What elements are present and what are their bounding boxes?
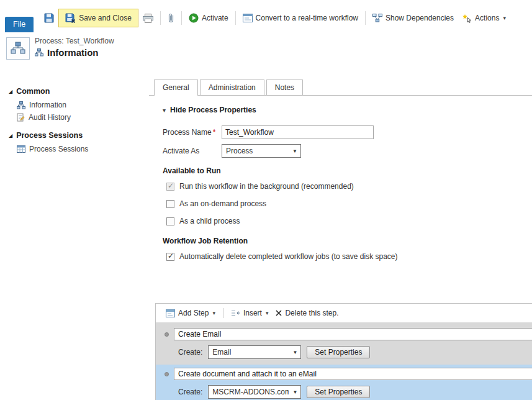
- save-button[interactable]: [40, 10, 58, 26]
- process-name-row: Process Name*: [163, 125, 532, 139]
- checkbox-label: Automatically delete completed workflow …: [179, 252, 398, 261]
- create-entity-select[interactable]: Email ▼: [208, 345, 301, 359]
- actions-label: Actions: [475, 14, 499, 22]
- checkbox-label: As an on-demand process: [179, 199, 266, 208]
- attach-button[interactable]: [163, 10, 179, 26]
- step-editor: Add Step ▾ Insert ▾: [155, 303, 532, 400]
- set-properties-button[interactable]: Set Properties: [307, 386, 370, 398]
- toolbar-divider: [181, 11, 182, 25]
- delete-x-icon: [276, 310, 282, 316]
- activate-label: Activate: [202, 14, 228, 22]
- checkbox-label: Run this workflow in the background (rec…: [179, 182, 354, 191]
- actions-hand-icon: [462, 14, 472, 23]
- activate-button[interactable]: Activate: [184, 10, 233, 26]
- file-menu-button[interactable]: File: [5, 17, 34, 32]
- toolbar-divider: [235, 11, 236, 25]
- information-icon: [17, 101, 25, 109]
- required-icon: *: [213, 128, 216, 137]
- print-icon: [143, 14, 153, 23]
- sidebar-nav: ◢ Common Information: [0, 65, 149, 400]
- header-titles: Process: Test_Workflow Information: [35, 35, 114, 58]
- step-create-email[interactable]: Create Email Create: Email ▼ Set Propert…: [156, 325, 532, 365]
- chevron-down-icon: ▾: [266, 310, 269, 316]
- checkbox-label: As a child process: [179, 217, 240, 225]
- main-panel: General Administration Notes ▾ Hide Proc…: [149, 65, 532, 400]
- create-entity-value: MSCRM-ADDONS.com Au: [212, 388, 289, 396]
- print-button[interactable]: [138, 11, 158, 26]
- workflow-chart-icon: [11, 42, 25, 55]
- sidebar-group-common[interactable]: ◢ Common: [9, 87, 149, 96]
- on-demand-checkbox[interactable]: ✓: [166, 200, 174, 208]
- sidebar-item-audit-history[interactable]: Audit History: [9, 111, 149, 124]
- set-properties-button[interactable]: Set Properties: [307, 346, 370, 358]
- create-label: Create:: [178, 348, 202, 357]
- section-toggle-label: Hide Process Properties: [170, 106, 256, 114]
- convert-realtime-label: Convert to a real-time workflow: [256, 14, 358, 22]
- dropdown-arrow-icon: ▼: [292, 148, 297, 154]
- process-entity-icon: [6, 37, 30, 60]
- tab-strip: General Administration Notes: [149, 65, 532, 96]
- background-workflow-checkbox[interactable]: ✓: [166, 183, 174, 191]
- sidebar-item-label: Process Sessions: [29, 145, 88, 153]
- save-and-close-button[interactable]: Save and Close: [58, 9, 138, 27]
- show-dependencies-label: Show Dependencies: [385, 14, 454, 22]
- create-label: Create:: [178, 388, 202, 396]
- add-step-button[interactable]: Add Step ▾: [162, 306, 219, 320]
- create-entity-value: Email: [212, 348, 231, 357]
- activate-as-row: Activate As Process ▼: [163, 144, 532, 158]
- save-and-close-icon: [65, 13, 76, 23]
- audit-history-icon: [17, 113, 25, 122]
- step-list: Create Email Create: Email ▼ Set Propert…: [156, 322, 532, 400]
- tab-general[interactable]: General: [154, 80, 198, 96]
- insert-icon: [231, 309, 240, 317]
- insert-button[interactable]: Insert ▾: [227, 306, 273, 320]
- process-name-input[interactable]: [222, 125, 374, 139]
- activate-icon: [189, 13, 199, 23]
- sidebar-item-label: Information: [29, 101, 66, 109]
- save-icon: [44, 13, 54, 23]
- toolbar-divider: [223, 308, 223, 318]
- delete-step-button[interactable]: Delete this step.: [272, 306, 342, 320]
- sidebar-item-label: Audit History: [29, 113, 71, 122]
- checkmark-icon: ✓: [168, 181, 174, 190]
- create-entity-select[interactable]: MSCRM-ADDONS.com Au ▼: [208, 385, 301, 399]
- toolbar-divider: [365, 11, 366, 25]
- breadcrumb: Process: Test_Workflow: [35, 37, 114, 45]
- page-title: Information: [47, 47, 99, 58]
- workflow-icon: [35, 48, 43, 57]
- crm-workflow-window: File Save and Close: [0, 0, 532, 400]
- general-tab-content: ▾ Hide Process Properties Process Name* …: [149, 96, 532, 261]
- workflow-job-retention-heading: Workflow Job Retention: [163, 237, 532, 245]
- background-workflow-checkbox-row: ✓ Run this workflow in the background (r…: [166, 182, 532, 191]
- step-description-box[interactable]: Create Email: [174, 328, 532, 340]
- sidebar-group-label: Common: [16, 87, 50, 96]
- insert-label: Insert: [243, 309, 262, 317]
- activate-as-label: Activate As: [163, 147, 222, 155]
- hide-process-properties-toggle[interactable]: ▾ Hide Process Properties: [163, 106, 532, 114]
- sidebar-item-process-sessions[interactable]: Process Sessions: [9, 143, 149, 155]
- step-create-document[interactable]: Create document and attach it to an eMai…: [156, 365, 532, 400]
- auto-delete-checkbox-row: ✓ Automatically delete completed workflo…: [166, 252, 532, 261]
- ribbon-toolbar: File Save and Close: [0, 0, 532, 32]
- add-step-icon: [166, 309, 175, 317]
- dropdown-arrow-icon: ▼: [292, 350, 297, 355]
- sidebar-group-process-sessions[interactable]: ◢ Process Sessions: [9, 131, 149, 140]
- convert-realtime-button[interactable]: Convert to a real-time workflow: [238, 11, 363, 25]
- child-process-checkbox-row: ✓ As a child process: [166, 217, 532, 225]
- step-bullet-icon: [165, 372, 169, 376]
- step-description-box[interactable]: Create document and attach it to an eMai…: [174, 368, 532, 380]
- chevron-down-icon: ▾: [212, 310, 215, 316]
- sidebar-item-information[interactable]: Information: [9, 99, 149, 111]
- paperclip-icon: [168, 13, 174, 23]
- activate-as-value: Process: [226, 147, 253, 155]
- actions-button[interactable]: Actions ▾: [458, 11, 510, 26]
- add-step-label: Add Step: [178, 309, 209, 317]
- activate-as-select[interactable]: Process ▼: [222, 144, 301, 158]
- child-process-checkbox[interactable]: ✓: [166, 217, 174, 225]
- sidebar-group-label: Process Sessions: [16, 131, 83, 140]
- process-name-label: Process Name*: [163, 128, 222, 137]
- tab-administration[interactable]: Administration: [200, 80, 264, 95]
- show-dependencies-button[interactable]: Show Dependencies: [368, 11, 458, 25]
- tab-notes[interactable]: Notes: [266, 80, 303, 95]
- auto-delete-checkbox[interactable]: ✓: [166, 253, 174, 261]
